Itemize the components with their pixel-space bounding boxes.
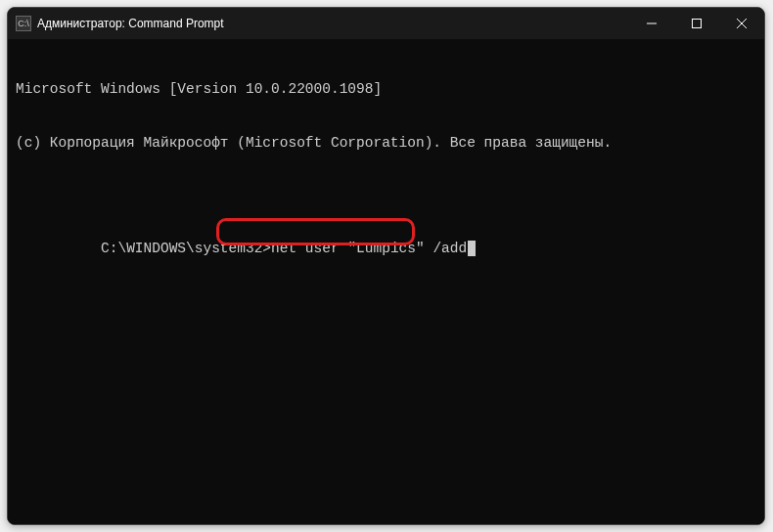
copyright-line: (c) Корпорация Майкрософт (Microsoft Cor… bbox=[16, 134, 756, 152]
cmd-icon: C:\ bbox=[16, 16, 31, 31]
svg-rect-1 bbox=[693, 20, 702, 28]
titlebar[interactable]: C:\ Администратор: Command Prompt bbox=[8, 8, 764, 39]
window-title: Администратор: Command Prompt bbox=[37, 17, 629, 30]
cursor bbox=[468, 241, 476, 256]
window-controls bbox=[629, 8, 764, 39]
terminal-area[interactable]: Microsoft Windows [Version 10.0.22000.10… bbox=[8, 39, 764, 524]
command-text: net user "Lumpics" /add bbox=[271, 241, 467, 256]
command-line: C:\WINDOWS\system32>net user "Lumpics" /… bbox=[50, 222, 476, 293]
blank-line bbox=[16, 187, 756, 204]
command-prompt-window: C:\ Администратор: Command Prompt Micros… bbox=[7, 7, 765, 525]
version-line: Microsoft Windows [Version 10.0.22000.10… bbox=[16, 80, 756, 98]
minimize-button[interactable] bbox=[629, 8, 674, 39]
close-button[interactable] bbox=[719, 8, 764, 39]
maximize-button[interactable] bbox=[674, 8, 719, 39]
prompt-text: C:\WINDOWS\system32> bbox=[101, 241, 271, 256]
